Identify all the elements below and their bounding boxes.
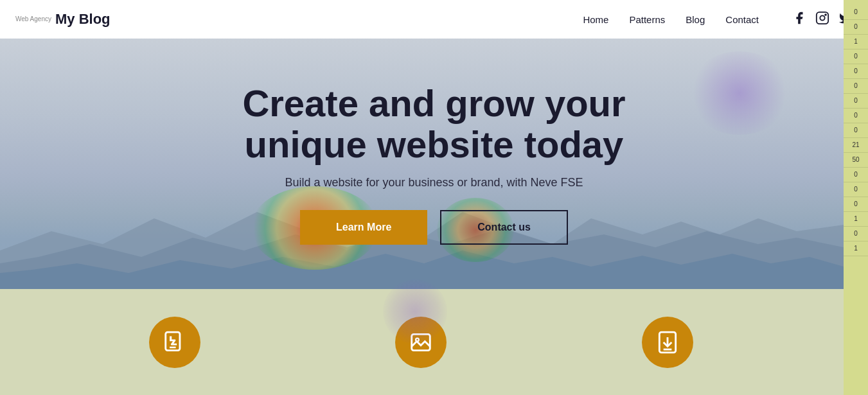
sidebar-item-4: 0: [844, 64, 868, 79]
brand-title: My Blog: [55, 11, 111, 28]
main-nav: Home Patterns Blog Contact: [583, 11, 853, 28]
hero-buttons: Learn More Contact us: [242, 210, 625, 245]
feature-download-icon-wrap[interactable]: [642, 317, 693, 368]
sidebar: 0 0 1 0 0 0 0 0 0 21 50 0 0 0 1 0 1: [844, 0, 868, 395]
brand-sub-label: Web Agency: [15, 15, 51, 23]
sidebar-item-8: 0: [844, 123, 868, 138]
sidebar-item-2: 1: [844, 35, 868, 49]
nav-patterns[interactable]: Patterns: [629, 14, 665, 25]
sidebar-item-3: 0: [844, 49, 868, 64]
sidebar-item-5: 0: [844, 79, 868, 94]
svg-rect-0: [817, 12, 828, 23]
sidebar-item-16: 1: [844, 241, 868, 256]
header: Web Agency My Blog Home Patterns Blog Co…: [0, 0, 868, 39]
sidebar-item-14: 1: [844, 212, 868, 227]
bolt-icon: [163, 330, 187, 355]
sidebar-item-7: 0: [844, 109, 868, 123]
learn-more-button[interactable]: Learn More: [300, 210, 427, 245]
sidebar-item-6: 0: [844, 94, 868, 109]
sidebar-item-9: 21: [844, 138, 868, 153]
contact-us-button[interactable]: Contact us: [440, 210, 568, 245]
svg-point-2: [825, 14, 826, 15]
sidebar-item-12: 0: [844, 182, 868, 197]
sidebar-item-13: 0: [844, 197, 868, 212]
sidebar-item-10: 50: [844, 153, 868, 168]
hero-content: Create and grow your unique website toda…: [229, 83, 638, 245]
hero-section: Create and grow your unique website toda…: [0, 39, 868, 289]
sidebar-item-0: 0: [844, 5, 868, 20]
nav-home[interactable]: Home: [583, 14, 608, 25]
download-icon: [655, 330, 680, 355]
nav-blog[interactable]: Blog: [686, 14, 705, 25]
heatmap-blob-bottom: [383, 279, 447, 344]
hero-title: Create and grow your unique website toda…: [242, 83, 625, 165]
facebook-icon[interactable]: [792, 11, 806, 28]
sidebar-item-1: 0: [844, 20, 868, 35]
svg-point-1: [820, 15, 824, 20]
nav-contact[interactable]: Contact: [725, 14, 759, 25]
sidebar-item-11: 0: [844, 168, 868, 182]
feature-bolt-icon-wrap[interactable]: [149, 317, 200, 368]
sidebar-item-15: 0: [844, 227, 868, 241]
hero-subtitle: Build a website for your business or bra…: [242, 176, 625, 189]
instagram-icon[interactable]: [815, 11, 829, 28]
features-section: [0, 289, 868, 395]
